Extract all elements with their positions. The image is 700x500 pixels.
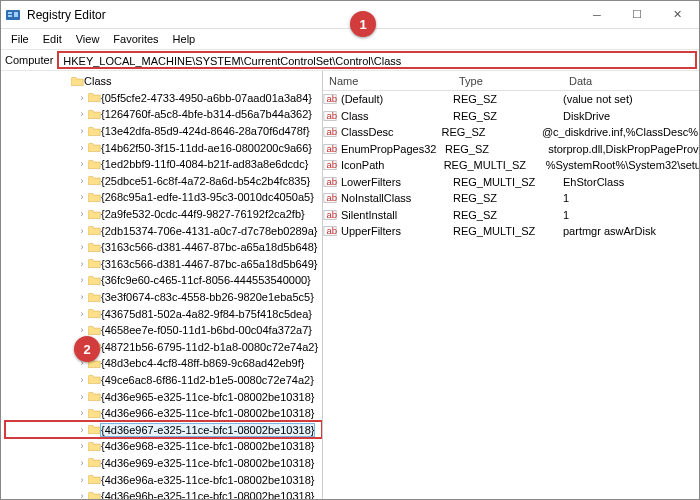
svg-text:ab: ab xyxy=(327,159,338,170)
callout-2: 2 xyxy=(74,336,100,362)
string-icon: ab xyxy=(323,224,337,238)
tree-item[interactable]: ›{48d3ebc4-4cf8-48ff-b869-9c68ad42eb9f} xyxy=(5,355,322,372)
tree-item[interactable]: ›{268c95a1-edfe-11d3-95c3-0010dc4050a5} xyxy=(5,189,322,206)
svg-text:ab: ab xyxy=(327,109,338,120)
window-title: Registry Editor xyxy=(27,8,577,22)
tree-item[interactable]: ›{4658ee7e-f050-11d1-b6bd-00c04fa372a7} xyxy=(5,322,322,339)
tree-item[interactable]: ›{1264760f-a5c8-4bfe-b314-d56a7b44a362} xyxy=(5,106,322,123)
svg-text:ab: ab xyxy=(327,93,338,104)
menu-favorites[interactable]: Favorites xyxy=(107,31,164,47)
menu-view[interactable]: View xyxy=(70,31,106,47)
regedit-icon xyxy=(5,7,21,23)
tree-item[interactable]: ›{4d36e969-e325-11ce-bfc1-08002be10318} xyxy=(5,455,322,472)
tree-item[interactable]: ›{3163c566-d381-4467-87bc-a65a18d5b648} xyxy=(5,239,322,256)
value-row[interactable]: ab(Default)REG_SZ(value not set) xyxy=(323,91,700,108)
callout-1: 1 xyxy=(350,11,376,37)
tree-item[interactable]: ›{4d36e967-e325-11ce-bfc1-08002be10318} xyxy=(5,421,322,438)
value-row[interactable]: abClassREG_SZDiskDrive xyxy=(323,108,700,125)
close-button[interactable]: ✕ xyxy=(657,3,697,27)
tree-item[interactable]: ›{4d36e96b-e325-11ce-bfc1-08002be10318} xyxy=(5,488,322,500)
svg-text:ab: ab xyxy=(327,192,338,203)
tree-item[interactable]: ›{49ce6ac8-6f86-11d2-b1e5-0080c72e74a2} xyxy=(5,372,322,389)
string-icon: ab xyxy=(323,109,337,123)
svg-text:ab: ab xyxy=(327,175,338,186)
value-row[interactable]: abSilentInstallREG_SZ1 xyxy=(323,207,700,224)
tree-item[interactable]: ›{2a9fe532-0cdc-44f9-9827-76192f2ca2fb} xyxy=(5,206,322,223)
workspace: ⌄Class›{05f5cfe2-4733-4950-a6bb-07aad01a… xyxy=(1,71,700,500)
value-row[interactable]: abEnumPropPages32REG_SZstorprop.dll,Disk… xyxy=(323,141,700,158)
svg-rect-1 xyxy=(8,12,12,14)
tree-item[interactable]: ›{4d36e968-e325-11ce-bfc1-08002be10318} xyxy=(5,438,322,455)
col-name[interactable]: Name xyxy=(323,75,453,87)
tree-item[interactable]: ›{48721b56-6795-11d2-b1a8-0080c72e74a2} xyxy=(5,339,322,356)
tree-item[interactable]: ›{14b62f50-3f15-11dd-ae16-0800200c9a66} xyxy=(5,139,322,156)
tree-item[interactable]: ›{13e42dfa-85d9-424d-8646-28a70f6d478f} xyxy=(5,123,322,140)
value-row[interactable]: abIconPathREG_MULTI_SZ%SystemRoot%\Syste… xyxy=(323,157,700,174)
tree-item[interactable]: ›{4d36e96a-e325-11ce-bfc1-08002be10318} xyxy=(5,471,322,488)
string-icon: ab xyxy=(323,191,337,205)
menu-edit[interactable]: Edit xyxy=(37,31,68,47)
tree-item[interactable]: ›{05f5cfe2-4733-4950-a6bb-07aad01a3a84} xyxy=(5,90,322,107)
tree-view[interactable]: ⌄Class›{05f5cfe2-4733-4950-a6bb-07aad01a… xyxy=(1,71,323,500)
tree-item[interactable]: ›{25dbce51-6c8f-4a72-8a6d-b54c2b4fc835} xyxy=(5,173,322,190)
value-row[interactable]: abLowerFiltersREG_MULTI_SZEhStorClass xyxy=(323,174,700,191)
address-path-input[interactable]: HKEY_LOCAL_MACHINE\SYSTEM\CurrentControl… xyxy=(57,51,697,69)
menu-bar: File Edit View Favorites Help xyxy=(1,29,700,49)
string-icon: ab xyxy=(323,142,337,156)
address-bar: Computer HKEY_LOCAL_MACHINE\SYSTEM\Curre… xyxy=(1,49,700,71)
address-label: Computer xyxy=(5,54,53,66)
tree-item[interactable]: ›{4d36e966-e325-11ce-bfc1-08002be10318} xyxy=(5,405,322,422)
value-row[interactable]: abNoInstallClassREG_SZ1 xyxy=(323,190,700,207)
values-list[interactable]: Name Type Data ab(Default)REG_SZ(value n… xyxy=(323,71,700,500)
minimize-button[interactable]: ─ xyxy=(577,3,617,27)
svg-text:ab: ab xyxy=(327,208,338,219)
svg-text:ab: ab xyxy=(327,142,338,153)
svg-rect-2 xyxy=(8,15,12,17)
tree-item[interactable]: ›{4d36e965-e325-11ce-bfc1-08002be10318} xyxy=(5,388,322,405)
tree-item[interactable]: ›{2db15374-706e-4131-a0c7-d7c78eb0289a} xyxy=(5,222,322,239)
col-type[interactable]: Type xyxy=(453,75,563,87)
col-data[interactable]: Data xyxy=(563,75,700,87)
svg-rect-3 xyxy=(14,12,18,17)
string-icon: ab xyxy=(323,125,337,139)
string-icon: ab xyxy=(323,208,337,222)
tree-parent[interactable]: Class xyxy=(84,75,112,87)
svg-text:ab: ab xyxy=(327,126,338,137)
list-header: Name Type Data xyxy=(323,71,700,91)
string-icon: ab xyxy=(323,158,337,172)
window-controls: ─ ☐ ✕ xyxy=(577,3,697,27)
tree-item[interactable]: ›{3163c566-d381-4467-87bc-a65a18d5b649} xyxy=(5,256,322,273)
value-row[interactable]: abUpperFiltersREG_MULTI_SZpartmgr aswArD… xyxy=(323,223,700,240)
menu-file[interactable]: File xyxy=(5,31,35,47)
tree-item[interactable]: ›{36fc9e60-c465-11cf-8056-444553540000} xyxy=(5,272,322,289)
tree-item[interactable]: ›{43675d81-502a-4a82-9f84-b75f418c5dea} xyxy=(5,305,322,322)
string-icon: ab xyxy=(323,175,337,189)
menu-help[interactable]: Help xyxy=(167,31,202,47)
maximize-button[interactable]: ☐ xyxy=(617,3,657,27)
string-icon: ab xyxy=(323,92,337,106)
svg-text:ab: ab xyxy=(327,225,338,236)
tree-item[interactable]: ›{3e3f0674-c83c-4558-bb26-9820e1eba5c5} xyxy=(5,289,322,306)
value-row[interactable]: abClassDescREG_SZ@c_diskdrive.inf,%Class… xyxy=(323,124,700,141)
tree-item[interactable]: ›{1ed2bbf9-11f0-4084-b21f-ad83a8e6dcdc} xyxy=(5,156,322,173)
